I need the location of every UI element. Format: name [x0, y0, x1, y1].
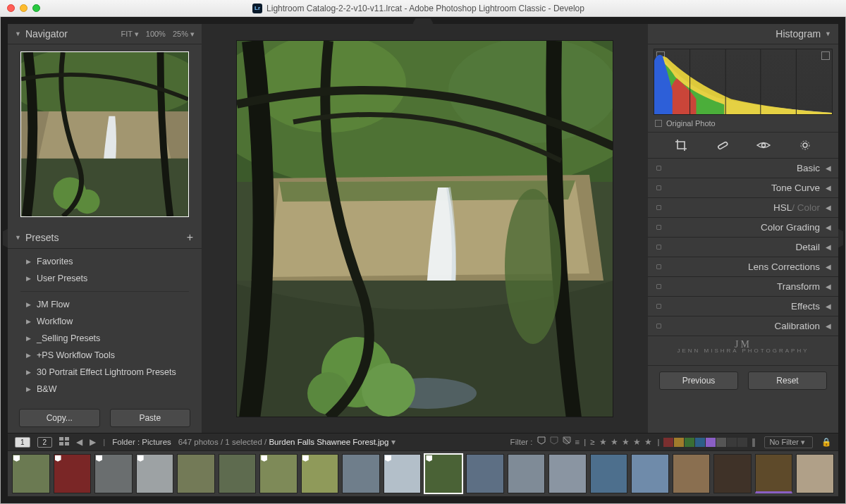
- filmstrip-thumb[interactable]: [466, 454, 504, 493]
- color-label-swatch[interactable]: [706, 438, 716, 447]
- close-window-icon[interactable]: [7, 4, 15, 12]
- monitor-2-button[interactable]: 2: [37, 437, 53, 448]
- add-preset-icon[interactable]: +: [185, 231, 195, 244]
- adjust-panel-detail[interactable]: Detail◀: [648, 238, 838, 257]
- heal-icon[interactable]: [714, 138, 731, 152]
- navigator-header[interactable]: ▼ Navigator FIT ▾ 100% 25% ▾: [8, 24, 202, 44]
- chevron-left-icon[interactable]: ◀: [76, 437, 82, 447]
- filmstrip-thumb[interactable]: [12, 454, 50, 493]
- filmstrip-thumb[interactable]: [796, 454, 834, 493]
- adjust-panel-transform[interactable]: Transform◀: [648, 277, 838, 297]
- zoom-25[interactable]: 25% ▾: [173, 30, 195, 39]
- right-panel-toggle[interactable]: [838, 228, 843, 248]
- filter-settings-icon[interactable]: ≡: [575, 438, 580, 446]
- adjust-panel-calibration[interactable]: Calibration◀: [648, 316, 838, 336]
- svg-rect-28: [59, 442, 63, 445]
- chevron-right-icon: ▶: [26, 301, 31, 308]
- flag-unflagged-icon[interactable]: [550, 436, 558, 448]
- flag-picked-icon[interactable]: [537, 436, 546, 448]
- flag-rejected-icon[interactable]: [563, 436, 571, 448]
- filmstrip-thumb[interactable]: [424, 454, 462, 493]
- filmstrip[interactable]: [8, 450, 838, 496]
- panel-toggle-icon[interactable]: [656, 185, 661, 190]
- filmstrip-thumb[interactable]: [177, 454, 215, 493]
- filmstrip-thumb[interactable]: [136, 454, 174, 493]
- panel-toggle-icon[interactable]: [656, 324, 661, 328]
- filmstrip-thumb[interactable]: [219, 454, 257, 493]
- preset-group[interactable]: ▶30 Portrait Effect Lightroom Presets: [8, 364, 202, 381]
- color-label-swatch[interactable]: [674, 438, 684, 447]
- grid-view-icon[interactable]: [59, 437, 69, 447]
- folder-path[interactable]: Folder : Pictures: [112, 438, 171, 446]
- chevron-right-icon[interactable]: ▶: [90, 437, 96, 447]
- adjust-panel-color-grading[interactable]: Color Grading◀: [648, 218, 838, 238]
- chevron-right-icon: ▶: [26, 352, 31, 359]
- adjust-panel-basic[interactable]: Basic◀: [648, 159, 838, 178]
- panel-toggle-icon[interactable]: [656, 304, 661, 309]
- panel-toggle-icon[interactable]: [656, 225, 661, 230]
- panel-toggle-icon[interactable]: [656, 166, 661, 171]
- filmstrip-thumb[interactable]: [384, 454, 422, 493]
- monitor-1-button[interactable]: 1: [15, 437, 30, 448]
- adjust-panel-effects[interactable]: Effects◀: [648, 297, 838, 316]
- photo-canvas[interactable]: [236, 40, 613, 417]
- panel-toggle-icon[interactable]: [656, 245, 661, 250]
- label-filter: [663, 438, 747, 447]
- color-label-swatch[interactable]: [695, 438, 705, 447]
- rating-filter[interactable]: ★ ★ ★ ★ ★: [599, 437, 654, 447]
- panel-toggle-icon[interactable]: [656, 264, 661, 269]
- minimize-window-icon[interactable]: [20, 4, 27, 12]
- filmstrip-thumb[interactable]: [259, 454, 298, 493]
- histogram-chart[interactable]: [654, 49, 833, 115]
- identity-plate: JM JENN MISHRA PHOTOGRAPHY: [648, 336, 838, 366]
- filmstrip-thumb[interactable]: [713, 454, 752, 493]
- filmstrip-thumb[interactable]: [94, 454, 133, 493]
- adjust-panel-lens-corrections[interactable]: Lens Corrections◀: [648, 257, 838, 277]
- preset-group[interactable]: ▶JM Flow: [8, 296, 202, 313]
- svg-point-24: [803, 143, 807, 147]
- mask-icon[interactable]: [797, 138, 814, 152]
- paste-button[interactable]: Paste: [110, 409, 191, 427]
- preset-group[interactable]: ▶_Selling Presets: [8, 330, 202, 347]
- chevron-right-icon: ▶: [26, 386, 31, 393]
- loupe-view[interactable]: [209, 24, 641, 433]
- adjust-panel-tone-curve[interactable]: Tone Curve◀: [648, 178, 838, 198]
- color-label-swatch[interactable]: [727, 438, 737, 447]
- top-panel-toggle[interactable]: [412, 18, 434, 24]
- color-label-swatch[interactable]: [663, 438, 673, 447]
- filter-preset-dropdown[interactable]: No Filter ▾: [764, 436, 813, 448]
- filmstrip-thumb[interactable]: [631, 454, 669, 493]
- preset-group[interactable]: ▶B&W: [8, 381, 202, 398]
- lock-icon[interactable]: 🔒: [821, 437, 831, 447]
- preset-group[interactable]: ▶Workflow: [8, 313, 202, 330]
- color-label-swatch[interactable]: [685, 438, 694, 447]
- navigator-preview[interactable]: [20, 51, 189, 217]
- presets-header[interactable]: ▼ Presets +: [8, 227, 202, 249]
- filmstrip-thumb[interactable]: [548, 454, 587, 493]
- reset-button[interactable]: Reset: [748, 371, 827, 390]
- preset-group[interactable]: ▶Favorites: [8, 253, 202, 270]
- crop-icon[interactable]: [673, 138, 689, 152]
- preset-group[interactable]: ▶User Presets: [8, 270, 202, 287]
- color-label-swatch[interactable]: [716, 438, 726, 447]
- maximize-window-icon[interactable]: [32, 4, 40, 12]
- filmstrip-thumb[interactable]: [508, 454, 546, 493]
- original-photo-toggle[interactable]: Original Photo: [648, 115, 838, 133]
- preset-group[interactable]: ▶+PS Workflow Tools: [8, 347, 202, 364]
- filmstrip-thumb[interactable]: [54, 454, 92, 493]
- previous-button[interactable]: Previous: [659, 371, 738, 390]
- redeye-icon[interactable]: [755, 138, 772, 152]
- filmstrip-thumb[interactable]: [755, 454, 793, 493]
- filmstrip-thumb[interactable]: [301, 454, 339, 493]
- filmstrip-thumb[interactable]: [342, 454, 380, 493]
- panel-toggle-icon[interactable]: [656, 205, 661, 210]
- filmstrip-thumb[interactable]: [590, 454, 628, 493]
- histogram-header[interactable]: Histogram ▼: [648, 24, 838, 44]
- color-label-swatch[interactable]: [737, 438, 747, 447]
- copy-button[interactable]: Copy...: [19, 409, 100, 427]
- filmstrip-thumb[interactable]: [673, 454, 711, 493]
- adjust-panel-hsl[interactable]: HSL / Color◀: [648, 198, 838, 218]
- zoom-100[interactable]: 100%: [146, 30, 166, 39]
- zoom-fit[interactable]: FIT ▾: [121, 30, 138, 39]
- panel-toggle-icon[interactable]: [656, 284, 661, 289]
